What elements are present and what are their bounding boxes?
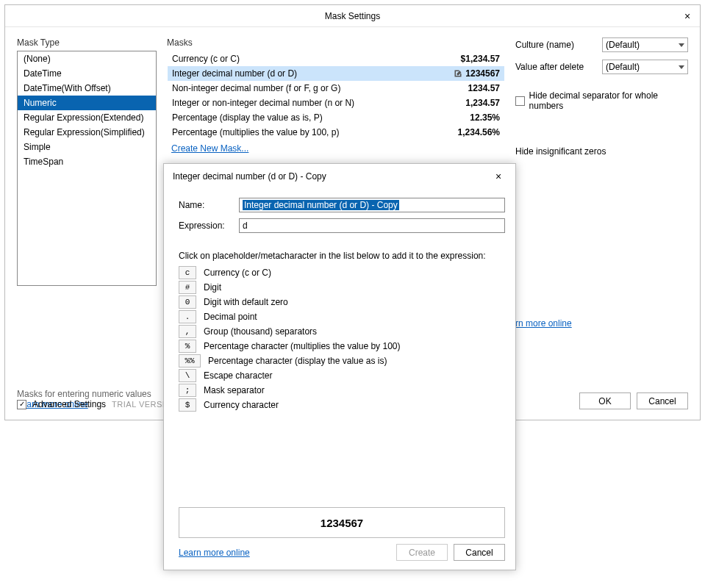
options-column: Culture (name) (Default) Value after del… [515, 37, 688, 409]
placeholder-desc: Group (thousand) separators [204, 326, 317, 337]
placeholder-row: cCurrency (c or C) [179, 265, 505, 280]
mask-type-item[interactable]: DateTime(With Offset) [18, 81, 156, 96]
close-icon[interactable]: × [490, 168, 507, 184]
mask-example: 12.35% [470, 112, 500, 123]
mask-row[interactable]: Currency (c or C)$1,234.57 [168, 51, 504, 66]
masks-label: Masks [167, 37, 505, 48]
culture-select[interactable]: (Default) [602, 37, 688, 52]
mask-row[interactable]: Percentage (display the value as is, P)1… [168, 110, 504, 125]
placeholder-char-button[interactable]: %% [179, 354, 201, 368]
chevron-down-icon [679, 65, 684, 69]
hide-decimal-separator-label: Hide decimal separator for whole numbers [529, 90, 688, 111]
placeholder-desc: Escape character [204, 370, 272, 381]
expression-label: Expression: [179, 220, 239, 231]
dialog-buttons: OK Cancel [579, 392, 688, 409]
mask-type-item[interactable]: TimeSpan [18, 154, 156, 169]
placeholder-desc: Mask separator [204, 385, 265, 395]
placeholder-row: \Escape character [179, 368, 505, 383]
mask-example: 1234567 [465, 68, 500, 79]
placeholder-char-button[interactable]: ; [179, 384, 196, 397]
mask-type-list[interactable]: (None)DateTimeDateTime(With Offset)Numer… [17, 51, 157, 286]
mask-type-item[interactable]: Simple [18, 140, 156, 154]
expression-row: Expression: d [179, 218, 505, 233]
mask-type-item[interactable]: Regular Expression(Extended) [18, 110, 156, 125]
placeholder-char-button[interactable]: . [179, 310, 196, 323]
culture-label: Culture (name) [515, 40, 596, 50]
mask-name: Integer decimal number (d or D) [172, 68, 297, 79]
placeholder-char-button[interactable]: \ [179, 369, 196, 382]
placeholder-hint: Click on placeholder/metacharacter in th… [179, 251, 505, 261]
create-new-mask-link[interactable]: Create New Mask... [167, 143, 505, 154]
placeholder-row: %Percentage character (multiplies the va… [179, 339, 505, 354]
placeholder-row: ;Mask separator [179, 383, 505, 398]
hide-insignificant-zeros-row: Hide insignificant zeros [515, 146, 688, 157]
cancel-button[interactable]: Cancel [454, 544, 505, 561]
hide-insignificant-zeros-label: Hide insignificant zeros [515, 146, 606, 157]
placeholder-desc: Digit with default zero [204, 297, 288, 307]
placeholder-char-button[interactable]: $ [179, 398, 196, 412]
sub-body: Name: Integer decimal number (d or D) - … [164, 189, 515, 570]
mask-name: Percentage (display the value as is, P) [172, 112, 323, 123]
mask-type-label: Mask Type [17, 37, 157, 48]
cancel-button[interactable]: Cancel [637, 392, 688, 409]
create-button[interactable]: Create [396, 544, 448, 561]
placeholder-desc: Decimal point [204, 312, 257, 322]
placeholder-desc: Currency character [204, 400, 279, 410]
mask-row[interactable]: Non-integer decimal number (f or F, g or… [168, 81, 504, 96]
mask-type-item[interactable]: (None) [18, 51, 156, 66]
mask-type-item[interactable]: Numeric [18, 96, 156, 110]
mask-row[interactable]: Percentage (multiplies the value by 100,… [168, 125, 504, 140]
mask-name: Integer or non-integer decimal number (n… [172, 98, 354, 108]
placeholder-desc: Percentage character (multiplies the val… [204, 341, 400, 351]
close-icon[interactable]: × [679, 8, 695, 24]
learn-more-link[interactable]: Learn more online [179, 548, 250, 558]
expression-input[interactable]: d [239, 218, 505, 233]
placeholder-row: $Currency character [179, 398, 505, 412]
mask-example: 1,234.56% [458, 127, 500, 137]
name-input[interactable]: Integer decimal number (d or D) - Copy [239, 198, 505, 212]
name-label: Name: [179, 200, 239, 210]
mask-type-column: Mask Type (None)DateTimeDateTime(With Of… [17, 37, 157, 409]
placeholder-char-button[interactable]: c [179, 266, 196, 279]
sub-title-bar: Integer decimal number (d or D) - Copy × [164, 164, 515, 189]
placeholder-char-button[interactable]: , [179, 325, 196, 338]
placeholder-char-button[interactable]: 0 [179, 295, 196, 309]
mask-type-item[interactable]: DateTime [18, 66, 156, 81]
placeholder-char-button[interactable]: # [179, 281, 196, 294]
bottom-left: Advanced Settings TRIAL VERSION [17, 399, 178, 409]
dialog-title: Mask Settings [325, 11, 380, 21]
placeholder-desc: Currency (c or C) [204, 268, 271, 278]
hide-decimal-separator-checkbox[interactable] [515, 96, 525, 106]
ok-button[interactable]: OK [579, 392, 631, 409]
name-row: Name: Integer decimal number (d or D) - … [179, 198, 505, 212]
sub-dialog-title: Integer decimal number (d or D) - Copy [173, 171, 326, 182]
mask-row[interactable]: Integer or non-integer decimal number (n… [168, 96, 504, 110]
value-after-delete-select[interactable]: (Default) [602, 60, 688, 74]
preview-value: 1234567 [321, 517, 363, 529]
advanced-settings-checkbox[interactable] [17, 400, 26, 409]
chevron-down-icon [679, 43, 684, 47]
placeholder-list: cCurrency (c or C)#Digit0Digit with defa… [179, 265, 505, 500]
mask-example: $1,234.57 [461, 54, 500, 64]
mask-type-item[interactable]: Regular Expression(Simplified) [18, 125, 156, 140]
mask-example: 1,234.57 [465, 98, 500, 108]
culture-value: (Default) [606, 40, 640, 50]
name-input-value: Integer decimal number (d or D) - Copy [243, 200, 399, 210]
title-bar: Mask Settings × [5, 5, 700, 27]
value-after-delete-value: (Default) [606, 62, 640, 72]
sub-bottom: Learn more online Create Cancel [179, 544, 505, 561]
placeholder-char-button[interactable]: % [179, 340, 196, 353]
edit-icon[interactable] [454, 69, 462, 78]
value-after-delete-label: Value after delete [515, 62, 596, 72]
hide-decimal-separator-row: Hide decimal separator for whole numbers [515, 90, 688, 111]
mask-name: Percentage (multiplies the value by 100,… [172, 127, 339, 137]
advanced-settings-label: Advanced Settings [32, 399, 106, 409]
placeholder-row: 0Digit with default zero [179, 295, 505, 309]
culture-row: Culture (name) (Default) [515, 37, 688, 52]
mask-row[interactable]: Integer decimal number (d or D)1234567 [168, 66, 504, 81]
mask-name: Currency (c or C) [172, 54, 240, 64]
placeholder-row: %%Percentage character (display the valu… [179, 354, 505, 368]
preview-box: 1234567 [179, 507, 505, 538]
help-text: Masks for entering numeric values [17, 389, 157, 399]
learn-more-partial[interactable]: rn more online [515, 318, 572, 329]
